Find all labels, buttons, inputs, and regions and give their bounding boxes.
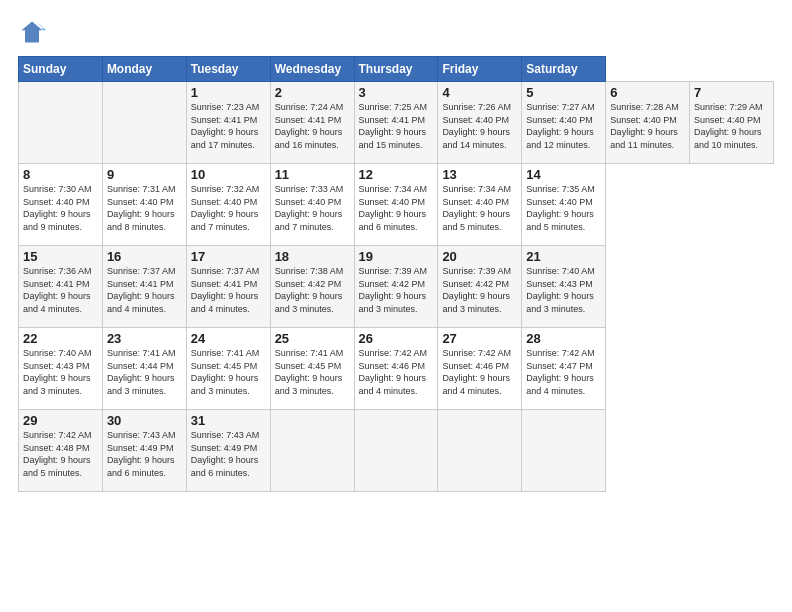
day-number: 27 [442,331,517,346]
day-number: 26 [359,331,434,346]
calendar-day-13: 13 Sunrise: 7:34 AM Sunset: 4:40 PM Dayl… [438,164,522,246]
calendar-empty [438,410,522,492]
day-number: 7 [694,85,769,100]
day-info: Sunrise: 7:42 AM Sunset: 4:46 PM Dayligh… [442,347,517,397]
day-number: 9 [107,167,182,182]
calendar-day-17: 17 Sunrise: 7:37 AM Sunset: 4:41 PM Dayl… [186,246,270,328]
logo [18,18,50,46]
day-number: 12 [359,167,434,182]
calendar-week-2: 15 Sunrise: 7:36 AM Sunset: 4:41 PM Dayl… [19,246,774,328]
day-number: 6 [610,85,685,100]
day-number: 1 [191,85,266,100]
day-number: 23 [107,331,182,346]
logo-icon [18,18,46,46]
day-info: Sunrise: 7:38 AM Sunset: 4:42 PM Dayligh… [275,265,350,315]
day-info: Sunrise: 7:29 AM Sunset: 4:40 PM Dayligh… [694,101,769,151]
day-number: 15 [23,249,98,264]
day-header-monday: Monday [102,57,186,82]
day-info: Sunrise: 7:39 AM Sunset: 4:42 PM Dayligh… [442,265,517,315]
calendar-week-3: 22 Sunrise: 7:40 AM Sunset: 4:43 PM Dayl… [19,328,774,410]
header [18,18,774,46]
day-info: Sunrise: 7:41 AM Sunset: 4:44 PM Dayligh… [107,347,182,397]
calendar-day-26: 26 Sunrise: 7:42 AM Sunset: 4:46 PM Dayl… [354,328,438,410]
calendar-week-0: 1 Sunrise: 7:23 AM Sunset: 4:41 PM Dayli… [19,82,774,164]
calendar-day-23: 23 Sunrise: 7:41 AM Sunset: 4:44 PM Dayl… [102,328,186,410]
calendar-day-3: 3 Sunrise: 7:25 AM Sunset: 4:41 PM Dayli… [354,82,438,164]
day-number: 25 [275,331,350,346]
calendar-day-1: 1 Sunrise: 7:23 AM Sunset: 4:41 PM Dayli… [186,82,270,164]
calendar-day-18: 18 Sunrise: 7:38 AM Sunset: 4:42 PM Dayl… [270,246,354,328]
calendar-day-8: 8 Sunrise: 7:30 AM Sunset: 4:40 PM Dayli… [19,164,103,246]
day-info: Sunrise: 7:42 AM Sunset: 4:46 PM Dayligh… [359,347,434,397]
calendar-day-9: 9 Sunrise: 7:31 AM Sunset: 4:40 PM Dayli… [102,164,186,246]
day-info: Sunrise: 7:42 AM Sunset: 4:47 PM Dayligh… [526,347,601,397]
calendar-empty [102,82,186,164]
day-header-thursday: Thursday [354,57,438,82]
day-info: Sunrise: 7:26 AM Sunset: 4:40 PM Dayligh… [442,101,517,151]
day-info: Sunrise: 7:40 AM Sunset: 4:43 PM Dayligh… [23,347,98,397]
day-info: Sunrise: 7:41 AM Sunset: 4:45 PM Dayligh… [275,347,350,397]
calendar-day-10: 10 Sunrise: 7:32 AM Sunset: 4:40 PM Dayl… [186,164,270,246]
calendar-week-4: 29 Sunrise: 7:42 AM Sunset: 4:48 PM Dayl… [19,410,774,492]
day-number: 19 [359,249,434,264]
calendar-day-12: 12 Sunrise: 7:34 AM Sunset: 4:40 PM Dayl… [354,164,438,246]
day-number: 21 [526,249,601,264]
day-number: 5 [526,85,601,100]
calendar-day-27: 27 Sunrise: 7:42 AM Sunset: 4:46 PM Dayl… [438,328,522,410]
day-number: 29 [23,413,98,428]
calendar-empty [354,410,438,492]
calendar-day-31: 31 Sunrise: 7:43 AM Sunset: 4:49 PM Dayl… [186,410,270,492]
calendar-day-4: 4 Sunrise: 7:26 AM Sunset: 4:40 PM Dayli… [438,82,522,164]
day-info: Sunrise: 7:28 AM Sunset: 4:40 PM Dayligh… [610,101,685,151]
day-number: 3 [359,85,434,100]
day-number: 28 [526,331,601,346]
day-info: Sunrise: 7:36 AM Sunset: 4:41 PM Dayligh… [23,265,98,315]
day-info: Sunrise: 7:43 AM Sunset: 4:49 PM Dayligh… [107,429,182,479]
day-info: Sunrise: 7:23 AM Sunset: 4:41 PM Dayligh… [191,101,266,151]
day-number: 13 [442,167,517,182]
day-number: 20 [442,249,517,264]
day-number: 17 [191,249,266,264]
day-info: Sunrise: 7:43 AM Sunset: 4:49 PM Dayligh… [191,429,266,479]
day-info: Sunrise: 7:34 AM Sunset: 4:40 PM Dayligh… [442,183,517,233]
calendar-day-11: 11 Sunrise: 7:33 AM Sunset: 4:40 PM Dayl… [270,164,354,246]
day-info: Sunrise: 7:41 AM Sunset: 4:45 PM Dayligh… [191,347,266,397]
calendar-day-6: 6 Sunrise: 7:28 AM Sunset: 4:40 PM Dayli… [606,82,690,164]
calendar-day-5: 5 Sunrise: 7:27 AM Sunset: 4:40 PM Dayli… [522,82,606,164]
calendar-day-24: 24 Sunrise: 7:41 AM Sunset: 4:45 PM Dayl… [186,328,270,410]
calendar-empty [522,410,606,492]
calendar-day-28: 28 Sunrise: 7:42 AM Sunset: 4:47 PM Dayl… [522,328,606,410]
day-number: 11 [275,167,350,182]
day-header-sunday: Sunday [19,57,103,82]
day-header-friday: Friday [438,57,522,82]
calendar-empty [270,410,354,492]
day-info: Sunrise: 7:24 AM Sunset: 4:41 PM Dayligh… [275,101,350,151]
calendar-day-21: 21 Sunrise: 7:40 AM Sunset: 4:43 PM Dayl… [522,246,606,328]
day-info: Sunrise: 7:32 AM Sunset: 4:40 PM Dayligh… [191,183,266,233]
calendar-day-30: 30 Sunrise: 7:43 AM Sunset: 4:49 PM Dayl… [102,410,186,492]
calendar-table: SundayMondayTuesdayWednesdayThursdayFrid… [18,56,774,492]
day-header-tuesday: Tuesday [186,57,270,82]
day-header-wednesday: Wednesday [270,57,354,82]
calendar-container: SundayMondayTuesdayWednesdayThursdayFrid… [0,0,792,502]
day-number: 2 [275,85,350,100]
calendar-empty [19,82,103,164]
day-info: Sunrise: 7:27 AM Sunset: 4:40 PM Dayligh… [526,101,601,151]
calendar-day-29: 29 Sunrise: 7:42 AM Sunset: 4:48 PM Dayl… [19,410,103,492]
day-number: 30 [107,413,182,428]
day-info: Sunrise: 7:40 AM Sunset: 4:43 PM Dayligh… [526,265,601,315]
calendar-day-15: 15 Sunrise: 7:36 AM Sunset: 4:41 PM Dayl… [19,246,103,328]
day-number: 16 [107,249,182,264]
day-number: 22 [23,331,98,346]
day-number: 24 [191,331,266,346]
day-info: Sunrise: 7:33 AM Sunset: 4:40 PM Dayligh… [275,183,350,233]
calendar-day-7: 7 Sunrise: 7:29 AM Sunset: 4:40 PM Dayli… [690,82,774,164]
day-info: Sunrise: 7:37 AM Sunset: 4:41 PM Dayligh… [191,265,266,315]
day-info: Sunrise: 7:25 AM Sunset: 4:41 PM Dayligh… [359,101,434,151]
day-number: 8 [23,167,98,182]
day-info: Sunrise: 7:37 AM Sunset: 4:41 PM Dayligh… [107,265,182,315]
calendar-day-19: 19 Sunrise: 7:39 AM Sunset: 4:42 PM Dayl… [354,246,438,328]
day-info: Sunrise: 7:30 AM Sunset: 4:40 PM Dayligh… [23,183,98,233]
calendar-day-16: 16 Sunrise: 7:37 AM Sunset: 4:41 PM Dayl… [102,246,186,328]
day-info: Sunrise: 7:39 AM Sunset: 4:42 PM Dayligh… [359,265,434,315]
